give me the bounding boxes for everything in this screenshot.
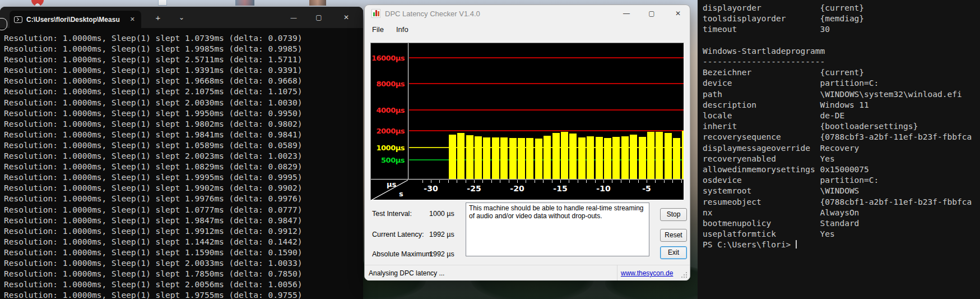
latency-bar [647, 132, 654, 179]
powershell-line: locale de-DE [703, 111, 980, 121]
dpc-app-icon [371, 9, 380, 18]
terminal-line: Resolution: 1.0000ms, Sleep(1) slept 1.9… [4, 65, 363, 76]
terminal-line: Resolution: 1.0000ms, Sleep(1) slept 1.9… [4, 76, 363, 86]
terminal-tab-bar: C:\Users\flori\Desktop\Measu ✕ + ⌄ — ▢ ✕ [0, 7, 363, 28]
powershell-line: allowedinmemorysettings 0x15000075 [703, 164, 980, 175]
terminal-tab-title: C:\Users\flori\Desktop\Measu [26, 16, 124, 24]
powershell-line: displaymessageoverride Recovery [703, 143, 980, 154]
thesycon-link[interactable]: www.thesycon.de [621, 269, 673, 277]
gridline-2000 [409, 130, 684, 131]
powershell-line: recoveryenabled Yes [703, 154, 980, 164]
latency-chart: 16000µs8000µs4000µs2000µs1000µs500µs -30… [370, 43, 684, 200]
gridline-8000 [409, 83, 684, 84]
y-axis-label-500: 500µs [381, 156, 405, 164]
latency-bar [466, 135, 473, 179]
chart-axis-units-corner: µs s [371, 180, 408, 200]
terminal-minimize-button[interactable]: — [284, 7, 304, 28]
terminal-line: Resolution: 1.0000ms, Sleep(1) slept 1.0… [4, 205, 363, 215]
powershell-line: osdevice partition=C: [703, 175, 980, 186]
tab-dropdown-button[interactable]: ⌄ [174, 7, 189, 28]
x-axis-label--5: -5 [642, 184, 651, 193]
terminal-tab[interactable]: C:\Users\flori\Desktop\Measu ✕ [10, 11, 141, 28]
latency-bar [621, 136, 629, 179]
x-axis-tick [560, 180, 561, 183]
menu-item-info[interactable]: Info [396, 25, 408, 34]
x-axis-tick [517, 180, 518, 183]
powershell-line: device partition=C: [703, 78, 980, 89]
dpc-close-button[interactable]: ✕ [669, 5, 687, 22]
x-axis-tick [431, 180, 431, 183]
x-axis-label--10: -10 [596, 184, 610, 193]
latency-bar [457, 133, 465, 179]
x-axis-tick [621, 180, 621, 183]
latency-bar [475, 136, 482, 179]
dpc-assessment-textbox[interactable]: This machine should be able to handle re… [466, 203, 649, 256]
gridline-16000 [409, 57, 684, 58]
y-axis-label-2000: 2000µs [377, 127, 405, 135]
latency-bar [552, 133, 560, 179]
stat-value: 1992 µs [429, 250, 454, 258]
x-axis-tick [612, 180, 612, 183]
latency-bar [630, 135, 637, 179]
latency-bar [500, 137, 508, 179]
gridline-4000 [409, 109, 684, 111]
dpc-status-link-panel: www.thesycon.de [617, 265, 679, 280]
latency-bar [544, 136, 551, 179]
exit-button[interactable]: Exit [660, 246, 687, 259]
terminal-line: Resolution: 1.0000ms, Sleep(1) slept 1.9… [4, 226, 363, 237]
tab-close-icon[interactable]: ✕ [128, 16, 137, 23]
x-axis-tick [629, 180, 630, 183]
dpc-maximize-button[interactable]: ▢ [643, 5, 661, 22]
terminal-line: Resolution: 1.0000ms, Sleep(1) slept 2.0… [4, 98, 363, 108]
x-axis-tick [603, 180, 604, 183]
x-axis-tick [474, 180, 475, 183]
x-axis-tick [422, 180, 423, 183]
x-axis-label--15: -15 [553, 184, 567, 193]
terminal-line: Resolution: 1.0000ms, Sleep(1) slept 2.1… [4, 86, 363, 97]
terminal-line: Resolution: 1.0000ms, Sleep(1) slept 2.0… [4, 151, 363, 162]
powershell-line [703, 35, 980, 46]
menu-item-file[interactable]: File [372, 25, 384, 34]
x-axis-tick [448, 180, 449, 183]
latency-bar [492, 137, 499, 179]
photo2-thumbnail-fragment [309, 0, 326, 6]
terminal-maximize-button[interactable]: ▢ [309, 7, 329, 28]
terminal-line: Resolution: 1.0000ms, Sleep(1) slept 2.0… [4, 279, 363, 290]
terminal-line: Resolution: 1.0000ms, Sleep(1) slept 1.9… [4, 130, 363, 140]
x-axis-tick [535, 180, 535, 183]
new-tab-button[interactable]: + [150, 7, 166, 28]
x-axis-tick [552, 180, 552, 183]
x-axis-tick [466, 180, 466, 183]
resize-grip[interactable] [681, 272, 687, 278]
powershell-line: Windows-Startladeprogramm [703, 46, 980, 57]
terminal-line: Resolution: 1.0000ms, Sleep(1) slept 1.9… [4, 119, 363, 130]
latency-bar [682, 131, 684, 179]
x-axis-label--25: -25 [467, 184, 481, 193]
terminal-line: Resolution: 1.0000ms, Sleep(1) slept 1.0… [4, 140, 363, 151]
terminal-line: Resolution: 1.0000ms, Sleep(1) slept 1.1… [4, 247, 363, 258]
dpc-window-title: DPC Latency Checker V1.4.0 [385, 10, 480, 18]
latency-bar [518, 138, 525, 179]
latency-bar [449, 135, 456, 179]
stat-value: 1992 µs [429, 231, 454, 238]
latency-bar [483, 137, 490, 179]
x-axis-label--20: -20 [510, 184, 524, 193]
stop-button[interactable]: Stop [660, 208, 687, 221]
reset-button[interactable]: Reset [660, 229, 687, 242]
terminal-line: Resolution: 1.0000ms, Sleep(1) slept 1.9… [4, 172, 363, 183]
stat-label: Current Latency: [372, 231, 424, 238]
x-axis-tick [491, 180, 492, 183]
text-cursor [796, 240, 797, 249]
latency-bar [578, 137, 586, 179]
terminal-line: Resolution: 1.0000ms, Sleep(1) slept 1.9… [4, 183, 363, 194]
y-axis-label-1000: 1000µs [377, 144, 405, 152]
terminal-close-button[interactable]: ✕ [335, 7, 357, 28]
latency-bar [639, 137, 646, 179]
powershell-line: toolsdisplayorder {memdiag} [703, 13, 980, 24]
x-axis-tick [457, 180, 457, 183]
dpc-minimize-button[interactable]: — [617, 5, 635, 22]
x-axis-tick [595, 180, 596, 183]
x-axis-tick [482, 180, 483, 183]
terminal-line: Resolution: 1.0000ms, Sleep(1) slept 2.5… [4, 54, 363, 65]
terminal-line: Resolution: 1.0000ms, Sleep(1) slept 1.9… [4, 215, 363, 226]
